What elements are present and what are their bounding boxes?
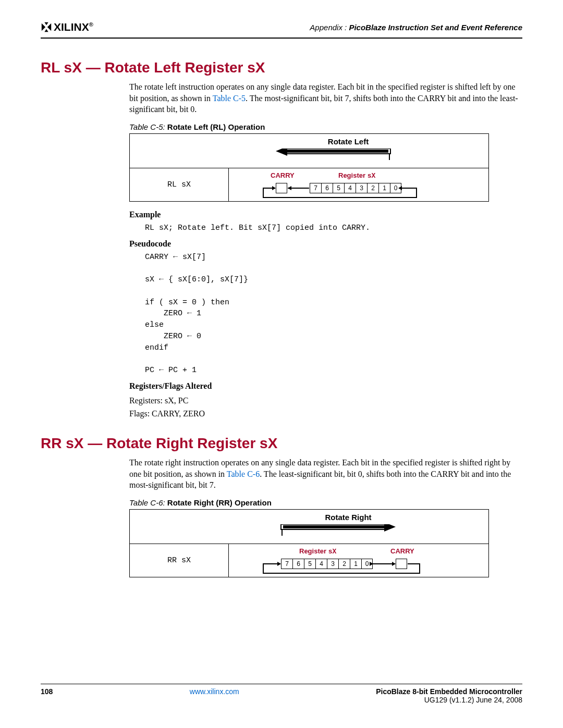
bit-cell: 5: [304, 559, 315, 569]
rr-para-link[interactable]: Table C-6: [227, 470, 260, 478]
logo-icon: [41, 21, 52, 33]
rl-bit-row: 7 6 5 4 3 2 1 0: [310, 183, 401, 193]
rr-paragraph: The rotate right instruction operates on…: [129, 457, 522, 491]
rl-carry-box: [276, 183, 287, 193]
bit-cell: 3: [327, 559, 338, 569]
footer-url[interactable]: www.xilinx.com: [190, 687, 239, 696]
rl-table-caption: Table C-5: Rotate Left (RL) Operation: [129, 122, 522, 131]
rr-tc-cap: Rotate Right (RR) Operation: [167, 498, 272, 507]
svg-rect-1: [286, 150, 388, 153]
rl-regflags-b: Flags: CARRY, ZERO: [129, 407, 522, 421]
rl-regflags: Registers: sX, PC Flags: CARRY, ZERO: [129, 394, 522, 421]
rr-bit-row: 7 6 5 4 3 2 1 0: [281, 559, 373, 569]
bit-cell: 1: [350, 559, 361, 569]
rotate-left-arrow-icon: [276, 149, 396, 162]
bit-cell: 4: [344, 183, 356, 193]
rl-carry-label: CARRY: [271, 171, 295, 179]
bit-cell: 5: [333, 183, 344, 193]
rr-carry-label: CARRY: [390, 547, 414, 555]
rl-register-label: Register sX: [338, 171, 375, 180]
bit-cell: 2: [338, 559, 350, 569]
bit-cell: 7: [281, 559, 292, 569]
bit-cell: 6: [321, 183, 333, 193]
bit-cell: 2: [367, 183, 378, 193]
rr-table-header: Rotate Right: [213, 513, 483, 522]
rl-tc-cap: Rotate Left (RL) Operation: [167, 122, 265, 131]
appendix-title: PicoBlaze Instruction Set and Event Refe…: [349, 23, 522, 32]
rotate-right-arrow-icon: [276, 524, 396, 538]
rr-table-caption: Table C-6: Rotate Right (RR) Operation: [129, 498, 522, 507]
rl-pseudo-label: Pseudocode: [129, 239, 522, 249]
rl-mnemonic: RL sX: [130, 168, 229, 201]
rl-paragraph: The rotate left instruction operates on …: [129, 81, 522, 115]
rl-regflags-label: Registers/Flags Altered: [129, 381, 522, 391]
rl-pseudo-code: CARRY ← sX[7] sX ← { sX[6:0], sX[7]} if …: [145, 252, 522, 376]
rr-heading: RR sX — Rotate Right Register sX: [41, 435, 522, 452]
page-header: XILINX® Appendix : PicoBlaze Instruction…: [41, 21, 522, 39]
page-number: 108: [41, 687, 53, 696]
xilinx-logo: XILINX®: [41, 21, 93, 33]
page-footer: 108 www.xilinx.com PicoBlaze 8-bit Embed…: [41, 684, 522, 704]
footer-title: PicoBlaze 8-bit Embedded Microcontroller: [376, 687, 522, 696]
svg-rect-5: [283, 525, 385, 528]
header-appendix: Appendix : PicoBlaze Instruction Set and…: [310, 23, 522, 32]
bit-cell: 1: [378, 183, 390, 193]
rl-example-code: RL sX; Rotate left. Bit sX[7] copied int…: [145, 223, 522, 234]
rl-tc-pre: Table C-5:: [129, 122, 165, 131]
rl-op-table: Rotate Left RL sX CARRY Register sX: [129, 133, 489, 202]
svg-marker-6: [384, 524, 396, 532]
rr-mnemonic: RR sX: [130, 544, 229, 577]
bit-cell: 3: [356, 183, 367, 193]
rl-example-label: Example: [129, 210, 522, 219]
appendix-label: Appendix :: [310, 23, 347, 32]
rr-diagram: Register sX CARRY 7 6 5 4 3 2 1 0: [234, 547, 483, 574]
rr-op-table: Rotate Right RR sX Register sX CARRY: [129, 509, 489, 577]
bit-cell: 7: [310, 183, 321, 193]
rl-diagram: CARRY Register sX 7 6 5 4 3 2 1 0: [234, 171, 483, 198]
rr-register-label: Register sX: [299, 547, 336, 556]
logo-text: XILINX®: [54, 21, 93, 33]
rl-para-link[interactable]: Table C-5: [213, 94, 246, 103]
rr-carry-box: [396, 559, 407, 569]
footer-docid: UG129 (v1.1.2) June 24, 2008: [376, 696, 522, 704]
bit-cell: 4: [315, 559, 327, 569]
bit-cell: 6: [292, 559, 304, 569]
svg-marker-2: [276, 149, 287, 156]
rl-regflags-a: Registers: sX, PC: [129, 394, 522, 408]
rl-table-header: Rotate Left: [213, 137, 483, 146]
rl-heading: RL sX — Rotate Left Register sX: [41, 59, 522, 76]
rr-tc-pre: Table C-6:: [129, 498, 165, 507]
